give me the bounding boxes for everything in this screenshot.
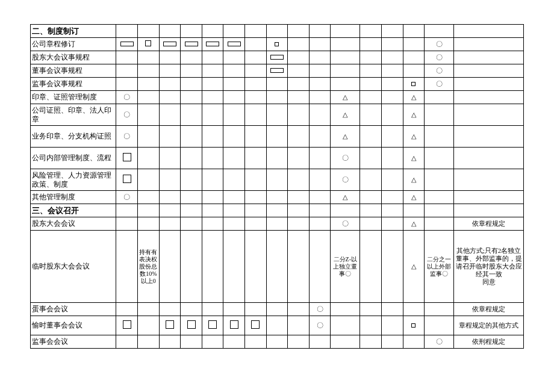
cell-mark bbox=[266, 51, 288, 64]
cell-text: 二分之一以上外部监事〇 bbox=[425, 231, 454, 303]
row-notes: 章程规定的其他方式 bbox=[454, 316, 524, 335]
table-row: 监事会议事规程 〇 bbox=[31, 78, 524, 91]
cell-mark bbox=[266, 38, 288, 51]
row-label: 业务印章、分支机构证照 bbox=[31, 126, 116, 148]
row-notes: 其他方式;只有2名独立董事、外部监事的，提请召开临时股东大会应经其一致 同意 bbox=[454, 231, 524, 303]
cell-text: 二分Z-以上独立董事〇 bbox=[331, 231, 360, 303]
row-label: 其他管理制度 bbox=[31, 191, 116, 204]
row-label: 股东大会议事规程 bbox=[31, 51, 116, 64]
section-row: 二、制度制订 bbox=[31, 25, 524, 38]
table-row: 股东大会会议 〇 △ 依章程规定 bbox=[31, 217, 524, 231]
cell-mark bbox=[159, 316, 181, 335]
cell-mark bbox=[202, 38, 223, 51]
cell-mark bbox=[266, 64, 288, 78]
table-row: 临时股东大会会议 持有有表决权股份总数10%以上0 二分Z-以上独立董事〇 △ … bbox=[31, 231, 524, 303]
cell-mark: 〇 bbox=[425, 64, 454, 78]
row-notes: 依章程规定 bbox=[454, 217, 524, 231]
cell-mark: 〇 bbox=[425, 38, 454, 51]
cell-text: 持有有表决权股份总数10%以上0 bbox=[138, 231, 160, 303]
row-label: 监事会会议 bbox=[31, 335, 116, 349]
cell-mark: 〇 bbox=[309, 316, 331, 335]
row-label: 临时股东大会会议 bbox=[31, 231, 116, 303]
table-row: 公司证照、印章、法人印章 〇 △ △ bbox=[31, 104, 524, 126]
section-2-header: 二、制度制订 bbox=[31, 25, 116, 38]
row-notes: 依刑程规定 bbox=[454, 335, 524, 349]
cell-mark: 〇 bbox=[116, 104, 138, 126]
table-row: 股东大会议事规程 〇 bbox=[31, 51, 524, 64]
cell-mark bbox=[116, 316, 138, 335]
cell-mark bbox=[138, 38, 160, 51]
cell-mark bbox=[159, 38, 181, 51]
table-row: 印章、证照管理制度 〇 △ △ bbox=[31, 91, 524, 104]
table-row: 愉时董事会会议 〇 章程规定的其他方式 bbox=[31, 316, 524, 335]
cell-mark bbox=[244, 316, 266, 335]
cell-mark: 〇 bbox=[425, 51, 454, 64]
table-row: 公司章程修订 〇 bbox=[31, 38, 524, 51]
cell-mark bbox=[116, 169, 138, 191]
cell-mark: 〇 bbox=[331, 148, 360, 169]
cell-mark: △ bbox=[403, 91, 425, 104]
table-row: 业务印章、分支机构证照 〇 △ △ bbox=[31, 126, 524, 148]
cell-mark bbox=[403, 78, 425, 91]
cell-mark: △ bbox=[403, 191, 425, 204]
table-row: 风险管理、人力资源管理政策、制度 〇 △ bbox=[31, 169, 524, 191]
row-label: 愉时董事会会议 bbox=[31, 316, 116, 335]
table-row: 董事会议事规程 〇 bbox=[31, 64, 524, 78]
cell-mark bbox=[403, 316, 425, 335]
row-label: 监事会议事规程 bbox=[31, 78, 116, 91]
cell-mark: △ bbox=[403, 148, 425, 169]
cell-mark: 〇 bbox=[425, 78, 454, 91]
table-wrapper: 二、制度制订 公司章程修订 〇 股东大会议事规程 〇 董事会议事规程 〇 bbox=[30, 24, 524, 349]
cell-mark: △ bbox=[403, 169, 425, 191]
cell-mark: 〇 bbox=[331, 169, 360, 191]
table-row: 公司内部管理制度、流程 〇 △ bbox=[31, 148, 524, 169]
row-label: 印章、证照管理制度 bbox=[31, 91, 116, 104]
cell-mark: △ bbox=[403, 104, 425, 126]
cell-mark: △ bbox=[331, 91, 360, 104]
cell-mark: △ bbox=[331, 126, 360, 148]
cell-mark: 〇 bbox=[116, 191, 138, 204]
row-label: 风险管理、人力资源管理政策、制度 bbox=[31, 169, 116, 191]
row-label: 股东大会会议 bbox=[31, 217, 116, 231]
row-label: 公司章程修订 bbox=[31, 38, 116, 51]
row-label: 公司内部管理制度、流程 bbox=[31, 148, 116, 169]
authority-table: 二、制度制订 公司章程修订 〇 股东大会议事规程 〇 董事会议事规程 〇 bbox=[30, 24, 524, 349]
cell-mark: △ bbox=[403, 217, 425, 231]
cell-mark: 〇 bbox=[331, 217, 360, 231]
cell-mark bbox=[116, 38, 138, 51]
cell-mark bbox=[202, 316, 223, 335]
cell-mark bbox=[116, 148, 138, 169]
table-row: 蛋事会会议 〇 依章程规定 bbox=[31, 303, 524, 316]
cell-mark: 〇 bbox=[425, 335, 454, 349]
cell-mark: △ bbox=[403, 231, 425, 303]
cell-mark: △ bbox=[331, 191, 360, 204]
cell-mark bbox=[223, 316, 245, 335]
cell-mark: 〇 bbox=[116, 91, 138, 104]
cell-mark: △ bbox=[331, 104, 360, 126]
row-notes: 依章程规定 bbox=[454, 303, 524, 316]
row-label: 公司证照、印章、法人印章 bbox=[31, 104, 116, 126]
cell-mark: 〇 bbox=[309, 303, 331, 316]
row-label: 董事会议事规程 bbox=[31, 64, 116, 78]
cell-mark bbox=[223, 38, 245, 51]
row-label: 蛋事会会议 bbox=[31, 303, 116, 316]
cell-mark: △ bbox=[403, 126, 425, 148]
cell-mark: 〇 bbox=[116, 126, 138, 148]
cell-mark bbox=[181, 38, 202, 51]
cell-mark bbox=[181, 316, 202, 335]
table-row: 监事会会议 〇 依刑程规定 bbox=[31, 335, 524, 349]
section-3-header: 三、会议召开 bbox=[31, 204, 116, 217]
section-row: 三、会议召开 bbox=[31, 204, 524, 217]
table-row: 其他管理制度 〇 △ △ bbox=[31, 191, 524, 204]
